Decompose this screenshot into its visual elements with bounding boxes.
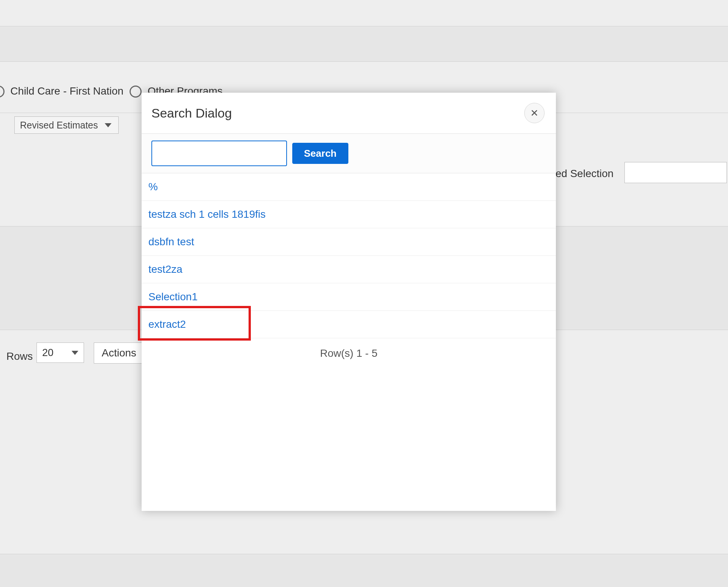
radio-icon[interactable] [130,86,142,98]
rows-per-page-value: 20 [42,347,53,359]
divider [0,61,728,62]
search-result-item[interactable]: Selection1 [142,283,556,311]
search-button-label: Search [304,148,337,159]
search-result-item[interactable]: testza sch 1 cells 1819fis [142,201,556,228]
dialog-title: Search Dialog [151,106,232,121]
search-results-list: %testza sch 1 cells 1819fisdsbfn testtes… [142,173,556,338]
saved-selection-input[interactable] [624,162,727,183]
dialog-header: Search Dialog ✕ [142,93,556,134]
search-input[interactable] [151,141,287,166]
rows-label: Rows [6,350,33,362]
radio-label-child-care-first-nation[interactable]: Child Care - First Nation [11,85,124,97]
search-result-item[interactable]: dsbfn test [142,228,556,256]
bg-band-top [0,0,728,26]
actions-menu-button[interactable]: Actions [94,342,144,364]
search-result-item[interactable]: test2za [142,256,556,283]
divider [0,26,728,26]
close-button[interactable]: ✕ [524,103,545,123]
saved-selection-label-fragment: ed Selection [556,168,614,180]
cycle-select[interactable]: Revised Estimates [14,116,119,134]
chevron-down-icon [72,351,78,355]
actions-menu-label: Actions [102,347,136,359]
search-button[interactable]: Search [292,143,348,164]
results-pagination-status: Row(s) 1 - 5 [142,347,556,359]
close-icon: ✕ [530,107,539,119]
cycle-select-value: Revised Estimates [20,120,98,131]
chevron-down-icon [105,123,111,127]
search-result-item[interactable]: % [142,173,556,201]
rows-per-page-select[interactable]: 20 [37,342,84,363]
section-divider [0,554,728,554]
search-result-item[interactable]: extract2 [142,311,556,338]
search-dialog: Search Dialog ✕ Search %testza sch 1 cel… [142,93,556,511]
search-bar: Search [142,134,556,173]
radio-icon[interactable] [0,86,5,98]
